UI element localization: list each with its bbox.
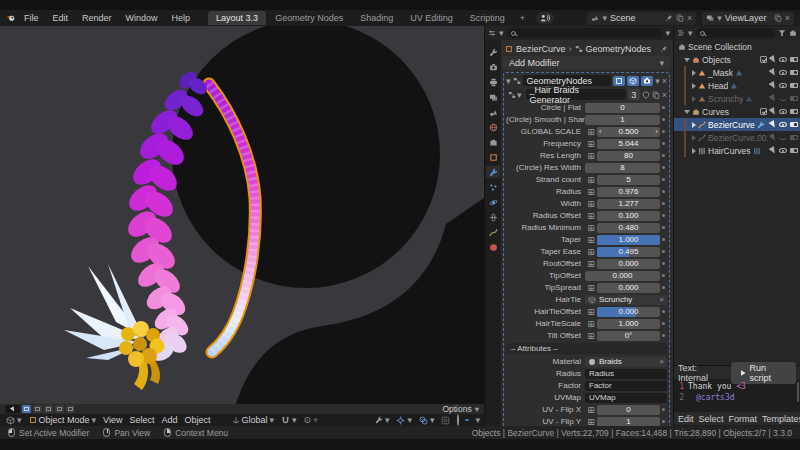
param-value-field[interactable]: ‹ 5.044 › (597, 139, 660, 149)
attribute-name-input[interactable]: Radius (585, 369, 667, 379)
menu-item[interactable]: Edit (47, 13, 75, 23)
tab-object[interactable] (486, 151, 500, 163)
xray-toggle[interactable] (439, 416, 452, 425)
increment-arrow[interactable]: › (655, 127, 658, 137)
outliner-row-scene-collection[interactable]: Scene Collection (674, 40, 800, 53)
hide-render-icon[interactable] (790, 83, 798, 89)
extras-dot-icon[interactable] (660, 274, 667, 277)
input-attribute-toggle-icon[interactable]: ⊞ (585, 259, 597, 269)
extras-dot-icon[interactable] (660, 226, 667, 229)
param-value-field[interactable]: ‹ 0.500 › (597, 127, 660, 137)
breadcrumb-object[interactable]: BezierCurve (516, 44, 566, 54)
menu-item[interactable]: Window (120, 13, 164, 23)
add-modifier-button[interactable]: Add Modifier ▾ (503, 56, 670, 69)
input-attribute-toggle-icon[interactable]: ⊞ (585, 283, 597, 293)
fake-user-shield-icon[interactable] (642, 91, 650, 99)
properties-editor-icon[interactable] (488, 29, 496, 37)
tab-view-layer[interactable] (486, 91, 500, 103)
text-menu-item[interactable]: Edit (678, 414, 694, 424)
extras-dot-icon[interactable] (660, 262, 667, 265)
tab-uv-editing[interactable]: UV Editing (402, 11, 461, 25)
extras-chevron-icon[interactable]: ▾ (655, 76, 660, 86)
hide-render-icon[interactable] (790, 122, 798, 128)
hair-tie-object-field[interactable]: Scrunchy × (585, 295, 667, 305)
tab-constraints[interactable] (486, 211, 500, 223)
close-icon[interactable]: × (687, 13, 692, 23)
param-value-field[interactable]: ‹ 0.495 › (597, 247, 660, 257)
hide-render-icon[interactable] (790, 135, 798, 141)
decrement-arrow[interactable]: ‹ (599, 127, 602, 137)
new-copy-icon[interactable] (652, 91, 660, 99)
extras-dot-icon[interactable] (660, 420, 667, 423)
hide-render-icon[interactable] (790, 109, 798, 115)
hide-render-icon[interactable] (790, 57, 798, 63)
snap-toggle[interactable]: ▾ (279, 415, 299, 425)
options-chevron-icon[interactable]: ▾ (665, 28, 670, 38)
extras-dot-icon[interactable] (660, 310, 667, 313)
input-attribute-toggle-icon[interactable]: ⊞ (585, 319, 597, 329)
param-value-field[interactable]: 1.000 (597, 319, 660, 329)
transform-orientation[interactable]: Global ▾ (230, 415, 277, 425)
menu-item[interactable]: Render (76, 13, 118, 23)
input-attribute-toggle-icon[interactable]: ⊞ (585, 405, 597, 415)
copy-icon[interactable] (774, 14, 782, 22)
tab-scripting[interactable]: Scripting (462, 11, 513, 25)
hide-viewport-icon[interactable] (779, 83, 787, 88)
code-area[interactable]: 1 Thank you <3 2 @carts3d (674, 379, 800, 412)
hide-viewport-icon[interactable] (779, 109, 787, 114)
param-value-field[interactable]: ‹ 1 › (585, 115, 660, 125)
tab-layout[interactable]: Layout 3.3 (208, 11, 266, 25)
node-group-name-field[interactable]: _Hair Braids Generator (526, 89, 626, 100)
input-attribute-toggle-icon[interactable]: ⊞ (585, 175, 597, 185)
param-value-field[interactable]: 0.000 (597, 307, 660, 317)
outliner-row-head[interactable]: Head (674, 79, 800, 92)
tab-shading[interactable]: Shading (352, 11, 401, 25)
menu-add[interactable]: Add (159, 415, 179, 425)
input-attribute-toggle-icon[interactable]: ⊞ (585, 223, 597, 233)
chevron-down-icon[interactable]: ▾ (602, 13, 607, 23)
tab-tool[interactable] (486, 46, 500, 58)
extras-dot-icon[interactable] (660, 202, 667, 205)
text-menu-item[interactable]: Select (699, 414, 724, 424)
hide-render-icon[interactable] (790, 96, 798, 102)
input-attribute-toggle-icon[interactable]: ⊞ (585, 187, 597, 197)
show-overlays-toggle[interactable]: ▾ (417, 415, 437, 425)
tab-collection[interactable] (486, 136, 500, 148)
hidden-viewport-icon[interactable] (779, 136, 787, 140)
extras-dot-icon[interactable] (660, 154, 667, 157)
outliner-search-input[interactable] (696, 28, 775, 38)
chevron-down-icon[interactable]: ▾ (688, 28, 693, 38)
filter-icon[interactable] (778, 29, 786, 37)
outliner-row-mask[interactable]: _Mask (674, 66, 800, 79)
users-count-button[interactable]: 3 (628, 89, 640, 100)
param-value-field[interactable]: ‹ 0.976 › (597, 187, 660, 197)
tab-scene[interactable] (486, 106, 500, 118)
param-value-field[interactable]: 1 (597, 417, 660, 427)
expand-right-icon[interactable] (692, 83, 696, 89)
param-value-field[interactable]: ‹ 8 › (585, 163, 660, 173)
tab-render[interactable] (486, 61, 500, 73)
select-mode-invert-icon[interactable] (55, 405, 64, 413)
new-collection-icon[interactable] (789, 29, 797, 37)
outliner-row-beziercurve[interactable]: BezierCurve (674, 118, 800, 131)
select-mode-new-icon[interactable] (22, 405, 31, 413)
tab-output[interactable] (486, 76, 500, 88)
extras-dot-icon[interactable] (660, 238, 667, 241)
extras-dot-icon[interactable] (660, 408, 667, 411)
param-value-field[interactable]: ‹ 0.000 › (597, 283, 660, 293)
tab-geometry-nodes[interactable]: Geometry Nodes (267, 11, 351, 25)
pin-icon[interactable] (665, 14, 673, 22)
hide-render-icon[interactable] (790, 70, 798, 76)
extras-dot-icon[interactable] (660, 118, 667, 121)
extras-dot-icon[interactable] (660, 286, 667, 289)
material-field[interactable]: Braids × (585, 357, 667, 367)
display-realtime-toggle[interactable] (627, 76, 639, 86)
chevron-down-icon[interactable]: ▾ (475, 404, 479, 414)
input-attribute-toggle-icon[interactable]: ⊞ (585, 151, 597, 161)
extras-dot-icon[interactable] (660, 166, 667, 169)
exclude-checkbox[interactable] (760, 56, 767, 63)
expand-right-icon[interactable] (692, 96, 696, 102)
close-icon[interactable]: × (785, 13, 790, 23)
pin-icon[interactable] (660, 45, 668, 53)
clear-icon[interactable]: × (659, 295, 664, 304)
